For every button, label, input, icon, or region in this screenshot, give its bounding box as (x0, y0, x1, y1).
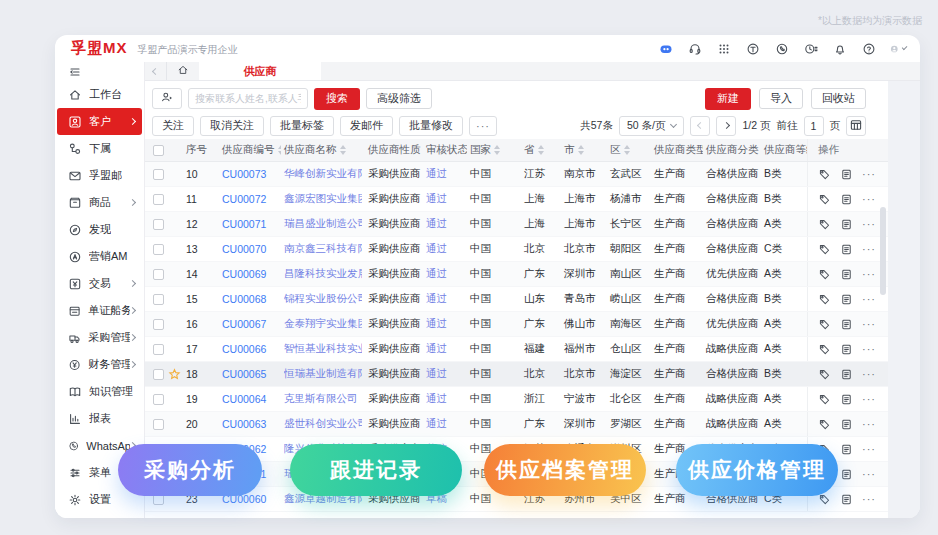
tag-icon[interactable] (818, 293, 831, 306)
doc-icon[interactable] (840, 193, 853, 206)
column-header[interactable]: 审核状态 (423, 139, 467, 161)
row-more-button[interactable]: ··· (862, 343, 876, 355)
tag-icon[interactable] (818, 368, 831, 381)
sidebar-item-mail[interactable]: 孚盟邮 (57, 162, 142, 189)
apps-grid-button[interactable] (716, 41, 732, 57)
tag-icon[interactable] (818, 343, 831, 356)
sidebar-item-shipping[interactable]: 单证船务 (57, 297, 142, 324)
row-more-button[interactable]: ··· (862, 418, 876, 430)
sidebar-item-product[interactable]: 商品 (57, 189, 142, 216)
sidebar-item-contact[interactable]: 客户 (57, 108, 142, 135)
batch-action-button-2[interactable]: 批量标签 (270, 116, 334, 136)
row-checkbox[interactable] (153, 319, 164, 330)
tab-supplier[interactable]: 供应商 (199, 62, 321, 80)
row-checkbox[interactable] (153, 294, 164, 305)
doc-icon[interactable] (840, 243, 853, 256)
table-row[interactable]: 20CU00063盛世科创实业公司采购供应商通过中国广东深圳市罗湖区生产商战略供… (145, 412, 888, 437)
column-header[interactable]: 供应商名称 (281, 139, 365, 161)
table-row[interactable]: 11CU00072鑫源宏图实业集团采购供应商通过中国上海上海市杨浦市生产商合格供… (145, 187, 888, 212)
home-tab-button[interactable] (167, 62, 199, 80)
sort-icon[interactable] (578, 145, 584, 155)
help-button[interactable] (861, 41, 877, 57)
sidebar-item-trade[interactable]: 交易 (57, 270, 142, 297)
row-more-button[interactable]: ··· (862, 293, 876, 305)
sort-icon[interactable] (624, 145, 630, 155)
sidebar-item-marketing[interactable]: 营销AM (57, 243, 142, 270)
tag-icon[interactable] (818, 318, 831, 331)
row-more-button[interactable]: ··· (862, 443, 876, 455)
doc-icon[interactable] (840, 393, 853, 406)
bell-button[interactable] (832, 41, 848, 57)
column-header[interactable]: 供应商性质 (365, 139, 423, 161)
column-header[interactable]: 供应商编号 (219, 139, 281, 161)
row-checkbox[interactable] (153, 269, 164, 280)
sidebar-item-discover[interactable]: 发现 (57, 216, 142, 243)
new-button[interactable]: 新建 (705, 88, 751, 110)
row-more-button[interactable]: ··· (862, 168, 876, 180)
doc-icon[interactable] (840, 468, 853, 481)
advanced-filter-button[interactable]: 高级筛选 (366, 88, 432, 109)
table-settings-button[interactable] (846, 116, 866, 136)
shortcut-pill-0[interactable]: 采购分析 (118, 444, 262, 496)
tag-icon[interactable] (818, 168, 831, 181)
recycle-bin-button[interactable]: 回收站 (811, 88, 866, 109)
table-row[interactable]: 12CU00071瑞昌盛业制造公司采购供应商通过中国上海上海市长宁区生产商合格供… (145, 212, 888, 237)
sort-icon[interactable] (340, 145, 346, 155)
doc-icon[interactable] (840, 268, 853, 281)
sidebar-item-finance[interactable]: 财务管理 (57, 351, 142, 378)
row-checkbox[interactable] (153, 244, 164, 255)
sort-icon[interactable] (494, 145, 500, 155)
row-more-button[interactable]: ··· (862, 193, 876, 205)
next-page-button[interactable] (716, 116, 736, 136)
tab-back-button[interactable] (145, 62, 167, 80)
shortcut-pill-1[interactable]: 跟进记录 (290, 444, 462, 496)
prev-page-button[interactable] (690, 116, 710, 136)
row-more-button[interactable]: ··· (862, 268, 876, 280)
tag-icon[interactable] (818, 193, 831, 206)
table-row[interactable]: 13CU00070南京鑫三科技有限...采购供应商通过中国北京北京市朝阳区生产商… (145, 237, 888, 262)
tag-icon[interactable] (818, 218, 831, 231)
translate-button[interactable] (745, 41, 761, 57)
page-size-select[interactable]: 50 条/页 (619, 116, 685, 136)
sidebar-item-procurement[interactable]: 采购管理 (57, 324, 142, 351)
column-header[interactable]: 供应商分类 (703, 139, 761, 161)
row-checkbox[interactable] (153, 194, 164, 205)
sidebar-item-subordinate[interactable]: 下属 (57, 135, 142, 162)
doc-icon[interactable] (840, 293, 853, 306)
row-checkbox[interactable] (153, 394, 164, 405)
table-row[interactable]: 15CU00068锦程实业股份公司采购供应商通过中国山东青岛市崂山区生产商合格供… (145, 287, 888, 312)
doc-icon[interactable] (840, 343, 853, 356)
doc-icon[interactable] (840, 418, 853, 431)
column-header[interactable]: 市 (561, 139, 607, 161)
shortcut-pill-2[interactable]: 供应档案管理 (484, 444, 646, 496)
row-checkbox[interactable] (153, 169, 164, 180)
doc-icon[interactable] (840, 493, 853, 506)
assistant-button[interactable] (658, 41, 674, 57)
table-row[interactable]: 14CU00069昌隆科技实业发展...采购供应商通过中国广东深圳市南山区生产商… (145, 262, 888, 287)
row-checkbox[interactable] (153, 344, 164, 355)
tag-icon[interactable] (818, 268, 831, 281)
doc-icon[interactable] (840, 318, 853, 331)
batch-action-button-3[interactable]: 发邮件 (340, 116, 393, 136)
import-button[interactable]: 导入 (759, 88, 803, 109)
table-row[interactable]: 17CU00066智恒基业科技实业采购供应商通过中国福建福州市仓山区生产商战略供… (145, 337, 888, 362)
sort-icon[interactable] (538, 145, 544, 155)
search-button[interactable]: 搜索 (314, 88, 360, 110)
row-checkbox[interactable] (153, 419, 164, 430)
history-button[interactable] (803, 41, 819, 57)
column-header[interactable]: 供应商类型 (651, 139, 703, 161)
headset-button[interactable] (687, 41, 703, 57)
row-more-button[interactable]: ··· (862, 493, 876, 505)
batch-action-button-0[interactable]: 关注 (152, 116, 194, 136)
table-row[interactable]: 18CU00065恒瑞基业制造有限...采购供应商通过中国北京北京市海淀区生产商… (145, 362, 888, 387)
search-input[interactable] (188, 88, 308, 109)
doc-icon[interactable] (840, 218, 853, 231)
batch-action-button-4[interactable]: 批量修改 (399, 116, 463, 136)
table-row[interactable]: 19CU00064克里斯有限公司采购供应商通过中国浙江宁波市北仑区生产商战略供应… (145, 387, 888, 412)
tag-icon[interactable] (818, 393, 831, 406)
tag-icon[interactable] (818, 243, 831, 256)
column-header[interactable]: 区 (607, 139, 651, 161)
doc-icon[interactable] (840, 168, 853, 181)
tag-icon[interactable] (818, 418, 831, 431)
sidebar-item-report[interactable]: 报表 (57, 405, 142, 432)
